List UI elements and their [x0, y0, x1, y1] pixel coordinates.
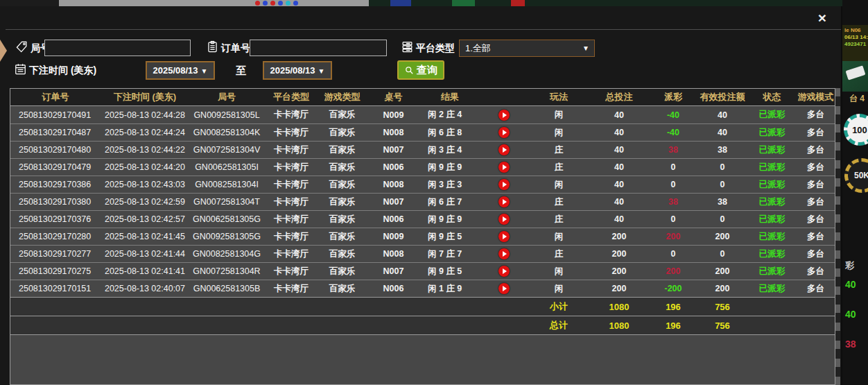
cell-result: 闲 6 庄 7: [421, 194, 479, 210]
play-icon: [503, 164, 507, 170]
bet-time-label: 下注时间 (美东): [29, 65, 96, 77]
cell-game-type: 百家乐: [318, 106, 366, 123]
cell-valid-bet: 200: [697, 263, 747, 280]
tag-icon: [15, 40, 28, 53]
date-from-value: 2025/08/13: [153, 65, 198, 76]
table-row: 250813029170487 2025-08-13 02:44:24 GN00…: [10, 123, 835, 141]
play-icon: [503, 234, 507, 239]
cell-replay: [479, 280, 528, 297]
header-order-no: 订单号: [10, 89, 101, 105]
replay-button[interactable]: [498, 110, 510, 121]
background-game-edge: le N06 06/13 14:30 4923471 台 4 100 50K 彩…: [842, 0, 868, 385]
cell-platform: 卡卡湾厅: [264, 280, 318, 297]
cell-result: 闲 6 庄 8: [421, 124, 479, 141]
round-no-input[interactable]: [44, 40, 191, 56]
order-no-input[interactable]: [250, 40, 387, 56]
close-button[interactable]: ×: [813, 9, 831, 27]
cell-bet-time: 2025-08-13 02:44:24: [101, 124, 189, 141]
replay-button[interactable]: [498, 127, 510, 138]
cell-table-no: N009: [366, 106, 421, 123]
replay-button[interactable]: [498, 179, 510, 190]
date-from-picker[interactable]: 2025/08/13▼: [146, 61, 215, 80]
cell-game-type: 百家乐: [318, 211, 366, 228]
table-row: 250813029170386 2025-08-13 02:43:03 GN00…: [10, 176, 835, 193]
chevron-down-icon: ▼: [582, 40, 589, 56]
date-to-separator: 至: [236, 65, 246, 78]
cell-status: 已派彩: [747, 142, 797, 158]
cell-game-type: 百家乐: [318, 228, 366, 245]
cell-table-no: N008: [366, 124, 421, 141]
cell-replay: [479, 211, 528, 228]
chip-value: 50K: [854, 171, 868, 180]
replay-button[interactable]: [498, 214, 510, 225]
header-table-no: 桌号: [366, 89, 421, 105]
replay-button[interactable]: [498, 196, 510, 207]
drawer-collapse-arrow[interactable]: [0, 40, 7, 62]
subtotal-row: 小计 1080 196 756: [10, 297, 835, 316]
platform-type-select[interactable]: 1.全部 ▼: [459, 40, 595, 57]
header-game-type: 游戏类型: [318, 89, 366, 105]
cell-table-no: N007: [366, 263, 421, 280]
cell-table-no: N008: [366, 246, 421, 262]
cell-total-bet: 200: [589, 228, 649, 245]
cell-result: 闲 9 庄 9: [421, 211, 479, 228]
cell-order-no: 250813029170487: [10, 124, 101, 141]
cell-replay: [479, 228, 528, 245]
cell-round-no: GN0082581304I: [189, 176, 264, 193]
cell-order-no: 250813029170479: [10, 159, 101, 176]
cell-replay: [479, 124, 528, 141]
cell-platform: 卡卡湾厅: [264, 211, 318, 228]
cell-status: 已派彩: [747, 106, 797, 123]
cell-game-type: 百家乐: [318, 124, 366, 141]
bg-blob: [511, 0, 525, 6]
table-row: 250813029170480 2025-08-13 02:44:22 GN00…: [10, 141, 835, 158]
cell-table-no: N009: [366, 228, 421, 245]
bg-board-line: 4923471: [844, 41, 868, 48]
cell-status: 已派彩: [747, 194, 797, 210]
cell-game-mode: 多台: [797, 228, 835, 245]
cell-order-no: 250813029170275: [10, 263, 101, 280]
replay-button[interactable]: [498, 162, 510, 173]
cell-round-no: GN0092581305G: [189, 228, 264, 245]
cell-game-mode: 多台: [797, 159, 835, 176]
cell-payout: -200: [649, 280, 697, 297]
replay-button[interactable]: [498, 231, 510, 242]
query-button[interactable]: 查询: [397, 60, 444, 80]
date-to-picker[interactable]: 2025/08/13▼: [263, 61, 332, 80]
play-icon: [503, 268, 507, 274]
replay-button[interactable]: [498, 248, 510, 259]
cell-platform: 卡卡湾厅: [264, 142, 318, 158]
cell-bet-type: 闲: [528, 228, 589, 245]
cell-status: 已派彩: [747, 176, 797, 193]
cell-payout: 0: [649, 246, 697, 262]
cell-platform: 卡卡湾厅: [264, 246, 318, 262]
scrollbar[interactable]: [835, 88, 840, 385]
header-valid-bet: 有效投注额: [697, 89, 747, 105]
cell-payout: 0: [649, 176, 697, 193]
cell-order-no: 250813029170151: [10, 280, 101, 297]
cell-status: 已派彩: [747, 280, 797, 297]
cell-platform: 卡卡湾厅: [264, 194, 318, 210]
cell-order-no: 250813029170280: [10, 228, 101, 245]
table-empty-area: [10, 334, 835, 384]
cell-game-mode: 多台: [797, 280, 835, 297]
cell-table-no: N007: [366, 194, 421, 210]
cell-replay: [479, 194, 528, 210]
cell-round-no: GN0072581304V: [189, 142, 264, 158]
grand-total-row: 总计 1080 196 756: [10, 316, 835, 334]
chevron-down-icon: ▼: [201, 67, 208, 75]
replay-button[interactable]: [498, 283, 510, 294]
replay-button[interactable]: [498, 266, 510, 277]
table-header-row: 订单号 下注时间 (美东) 局号 平台类型 游戏类型 桌号 结果 玩法 总投注 …: [10, 89, 835, 106]
play-icon: [503, 112, 507, 118]
cell-platform: 卡卡湾厅: [264, 159, 318, 176]
play-icon: [503, 130, 507, 135]
cell-bet-time: 2025-08-13 02:44:22: [101, 142, 189, 158]
cell-bet-time: 2025-08-13 02:41:41: [101, 263, 189, 280]
grand-total-total-bet: 1080: [589, 316, 649, 334]
cell-game-mode: 多台: [797, 246, 835, 262]
cell-order-no: 250813029170480: [10, 142, 101, 158]
cell-platform: 卡卡湾厅: [264, 263, 318, 280]
subtotal-payout: 196: [649, 298, 697, 316]
replay-button[interactable]: [498, 144, 510, 155]
